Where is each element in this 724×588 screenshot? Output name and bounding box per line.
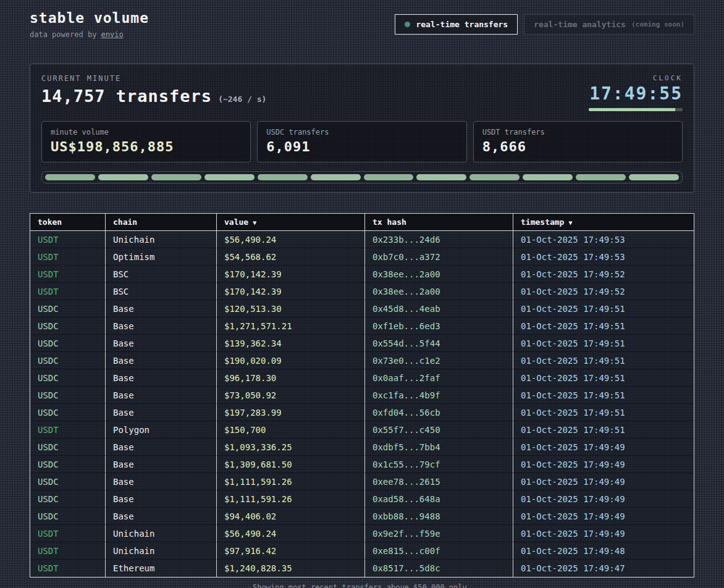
cell-value: $97,916.42 — [217, 542, 365, 560]
cell-token: USDC — [30, 352, 106, 369]
table-body: USDT Unichain $56,490.24 0x233b...24d6 0… — [30, 231, 694, 577]
table-row: USDC Base $1,111,591.26 0xee78...2615 01… — [30, 473, 694, 490]
table-row: USDC Base $1,111,591.26 0xad58...648a 01… — [30, 490, 694, 508]
col-header-value[interactable]: value▼ — [217, 214, 365, 231]
cell-chain: Unichain — [106, 542, 217, 560]
cell-token: USDC — [30, 490, 106, 508]
table-row: USDT Optimism $54,568.62 0xb7c0...a372 0… — [30, 248, 694, 266]
cell-value: $197,283.99 — [217, 404, 365, 421]
cell-timestamp: 01-Oct-2025 17:49:52 — [513, 283, 694, 300]
cell-timestamp: 01-Oct-2025 17:49:53 — [513, 248, 694, 266]
cell-tx-hash[interactable]: 0x8517...5d8c — [365, 560, 513, 577]
table-row: USDC Base $1,309,681.50 0x1c55...79cf 01… — [30, 456, 694, 473]
cell-tx-hash[interactable]: 0x233b...24d6 — [365, 231, 513, 248]
cell-token: USDT — [30, 542, 106, 560]
cell-tx-hash[interactable]: 0x1c55...79cf — [365, 456, 513, 473]
col-header-chain[interactable]: chain — [106, 214, 217, 231]
view-tabs: real-time transfers real-time analytics … — [395, 14, 694, 35]
cell-token: USDT — [30, 231, 106, 248]
table-row: USDC Base $1,093,336.25 0xdbf5...7bb4 01… — [30, 439, 694, 456]
cell-chain: Ethereum — [106, 560, 217, 577]
stat-label: USDC transfers — [266, 128, 457, 136]
col-header-timestamp[interactable]: timestamp▼ — [513, 214, 694, 231]
volume-segment — [469, 174, 520, 180]
cell-value: $139,362.34 — [217, 335, 365, 352]
cell-value: $56,490.24 — [217, 231, 365, 248]
table-row: USDC Base $120,513.30 0x45d8...4eab 01-O… — [30, 300, 694, 317]
cell-value: $150,700 — [217, 421, 365, 439]
cell-token: USDC — [30, 508, 106, 525]
cell-token: USDT — [30, 283, 106, 300]
cell-chain: Base — [106, 387, 217, 404]
volume-segment — [45, 174, 95, 180]
volume-segment — [523, 174, 573, 180]
filter-note: Showing most recent transfers above $50,… — [30, 583, 694, 588]
table-row: USDC Base $73,050.92 0xc1fa...4b9f 01-Oc… — [30, 387, 694, 404]
envio-link[interactable]: envio — [101, 30, 124, 39]
cell-timestamp: 01-Oct-2025 17:49:52 — [513, 266, 694, 283]
cell-timestamp: 01-Oct-2025 17:49:51 — [513, 335, 694, 352]
cell-tx-hash[interactable]: 0x9e2f...f59e — [365, 525, 513, 542]
cell-tx-hash[interactable]: 0xbb88...9488 — [365, 508, 513, 525]
transfers-count: 14,757 transfers — [41, 86, 212, 106]
cell-tx-hash[interactable]: 0xfd04...56cb — [365, 404, 513, 421]
cell-token: USDC — [30, 300, 106, 317]
cell-chain: Base — [106, 490, 217, 508]
table-row: USDC Base $96,178.30 0x0aaf...2faf 01-Oc… — [30, 369, 694, 387]
cell-value: $170,142.39 — [217, 283, 365, 300]
current-minute-panel: CURRENT MINUTE 14,757 transfers (~246 / … — [30, 64, 694, 193]
cell-tx-hash[interactable]: 0xe815...c00f — [365, 542, 513, 560]
cell-tx-hash[interactable]: 0xf1eb...6ed3 — [365, 317, 513, 335]
cell-tx-hash[interactable]: 0x73e0...c1e2 — [365, 352, 513, 369]
cell-tx-hash[interactable]: 0x0aaf...2faf — [365, 369, 513, 387]
cell-value: $120,513.30 — [217, 300, 365, 317]
cell-chain: Unichain — [106, 231, 217, 248]
current-minute-label: CURRENT MINUTE — [41, 74, 266, 83]
coming-soon-note: (coming soon) — [631, 20, 684, 28]
table-row: USDC Base $94,406.02 0xbb88...9488 01-Oc… — [30, 508, 694, 525]
volume-segment — [151, 174, 201, 180]
cell-tx-hash[interactable]: 0x45d8...4eab — [365, 300, 513, 317]
cell-timestamp: 01-Oct-2025 17:49:49 — [513, 439, 694, 456]
cell-timestamp: 01-Oct-2025 17:49:49 — [513, 508, 694, 525]
col-header-token[interactable]: token — [30, 214, 106, 231]
cell-token: USDT — [30, 266, 106, 283]
cell-token: USDT — [30, 525, 106, 542]
cell-timestamp: 01-Oct-2025 17:49:51 — [513, 369, 694, 387]
cell-tx-hash[interactable]: 0x554d...5f44 — [365, 335, 513, 352]
cell-token: USDT — [30, 248, 106, 266]
cell-tx-hash[interactable]: 0xee78...2615 — [365, 473, 513, 490]
cell-timestamp: 01-Oct-2025 17:49:49 — [513, 456, 694, 473]
cell-timestamp: 01-Oct-2025 17:49:49 — [513, 473, 694, 490]
cell-value: $94,406.02 — [217, 508, 365, 525]
cell-timestamp: 01-Oct-2025 17:49:51 — [513, 317, 694, 335]
cell-token: USDC — [30, 404, 106, 421]
cell-value: $56,490.24 — [217, 525, 365, 542]
cell-tx-hash[interactable]: 0xb7c0...a372 — [365, 248, 513, 266]
cell-value: $1,240,828.35 — [217, 560, 365, 577]
volume-segment — [258, 174, 308, 180]
stat-usdt-transfers: USDT transfers 8,666 — [473, 121, 683, 162]
cell-chain: Base — [106, 456, 217, 473]
table-row: USDC Base $1,271,571.21 0xf1eb...6ed3 01… — [30, 317, 694, 335]
stat-label: minute volume — [51, 128, 242, 136]
cell-token: USDC — [30, 369, 106, 387]
cell-tx-hash[interactable]: 0xdbf5...7bb4 — [365, 439, 513, 456]
cell-tx-hash[interactable]: 0x38ee...2a00 — [365, 266, 513, 283]
page-title: stable volume — [30, 10, 149, 26]
cell-value: $1,271,571.21 — [217, 317, 365, 335]
tab-real-time-transfers[interactable]: real-time transfers — [395, 14, 518, 35]
cell-value: $1,093,336.25 — [217, 439, 365, 456]
minute-transfers: CURRENT MINUTE 14,757 transfers (~246 / … — [41, 74, 266, 106]
table-row: USDC Base $139,362.34 0x554d...5f44 01-O… — [30, 335, 694, 352]
powered-by-text: data powered by — [30, 30, 101, 39]
col-header-tx-hash[interactable]: tx hash — [365, 214, 513, 231]
cell-tx-hash[interactable]: 0xc1fa...4b9f — [365, 387, 513, 404]
cell-timestamp: 01-Oct-2025 17:49:48 — [513, 542, 694, 560]
cell-tx-hash[interactable]: 0x55f7...c450 — [365, 421, 513, 439]
cell-tx-hash[interactable]: 0xad58...648a — [365, 490, 513, 508]
cell-tx-hash[interactable]: 0x38ee...2a00 — [365, 283, 513, 300]
volume-segment — [311, 174, 361, 180]
tab-real-time-analytics[interactable]: real-time analytics (coming soon) — [524, 14, 694, 35]
stat-value: 6,091 — [266, 139, 457, 154]
